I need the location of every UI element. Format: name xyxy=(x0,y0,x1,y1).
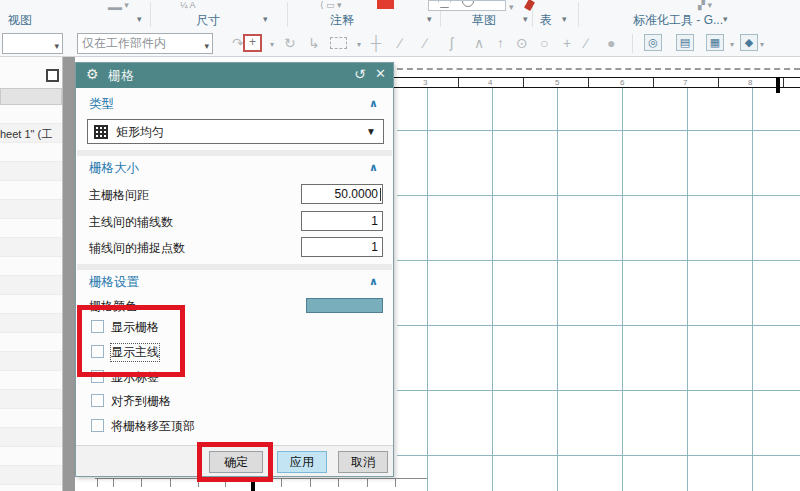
filter-combo[interactable]: 仅在工作部件内 ▾ xyxy=(77,33,213,54)
pen-icon[interactable] xyxy=(524,0,535,11)
ruler-tick xyxy=(97,479,98,487)
chevron-down-icon[interactable]: ▾ xyxy=(427,14,432,24)
grid-type-value: 矩形均匀 xyxy=(116,124,164,141)
sheet-list-panel: heet 1" (工 xyxy=(0,57,63,491)
checkbox-4[interactable] xyxy=(91,394,104,407)
ruler-tick xyxy=(310,479,311,487)
plus-icon[interactable]: + xyxy=(563,35,571,51)
region-icon[interactable]: ● xyxy=(607,35,615,51)
chevron-down-icon[interactable]: ▼ xyxy=(366,126,376,137)
line2-icon[interactable]: ∕ xyxy=(424,35,426,51)
collapse-size-icon[interactable]: ∧ xyxy=(369,161,378,174)
list-item[interactable] xyxy=(0,238,62,257)
grid-color-swatch[interactable] xyxy=(306,298,383,313)
checkbox-5[interactable] xyxy=(91,419,104,432)
list-item[interactable] xyxy=(0,390,62,409)
list-item[interactable] xyxy=(0,276,62,295)
circle-center-icon[interactable]: ⊙ xyxy=(516,35,528,51)
list-item[interactable] xyxy=(0,219,62,238)
sheet-border-dashed xyxy=(397,68,800,70)
ruler-tick xyxy=(141,479,142,487)
chevron-down-icon[interactable]: ▾ xyxy=(54,37,59,56)
horizontal-ruler: 345678 xyxy=(392,77,800,88)
field-spacing-input[interactable]: 50.0000 xyxy=(301,184,383,204)
list-item[interactable] xyxy=(0,409,62,428)
chevron-down-icon[interactable]: ▾ xyxy=(137,14,142,24)
chevron-down-icon[interactable]: ▾ xyxy=(357,40,361,49)
list-item[interactable] xyxy=(0,485,62,491)
list-item[interactable] xyxy=(0,295,62,314)
collapse-type-icon[interactable]: ∧ xyxy=(369,97,378,110)
toolbar-icon-fragment: ¼ A xyxy=(180,0,196,10)
list-item[interactable] xyxy=(0,162,62,181)
list-item[interactable] xyxy=(0,105,62,124)
circle-icon[interactable] xyxy=(462,0,474,7)
grid-display-icon[interactable]: ▦ xyxy=(706,34,724,51)
list-item[interactable] xyxy=(0,447,62,466)
chevron-down-icon[interactable]: ▾ xyxy=(523,14,528,24)
list-item[interactable] xyxy=(0,371,62,390)
ruler-number: 5 xyxy=(555,78,559,87)
list-item[interactable] xyxy=(0,466,62,485)
grid-vline xyxy=(687,88,688,491)
line-icon[interactable]: ∕ xyxy=(399,35,401,51)
chevron-down-icon[interactable]: ▾ xyxy=(723,14,728,24)
ruler-tick xyxy=(653,78,654,87)
polyline-icon[interactable]: ∧ xyxy=(474,35,484,51)
dialog-titlebar[interactable]: ⚙ 栅格 ↺ ✕ xyxy=(76,63,393,88)
chevron-down-icon[interactable]: ▾ xyxy=(562,14,567,24)
list-item[interactable] xyxy=(0,181,62,200)
grid-dialog: ⚙ 栅格 ↺ ✕ 类型 ∧ 矩形均匀 ▼ 栅格大小 ∧ 主栅格间距 50.000… xyxy=(75,62,394,477)
grid-type-dropdown[interactable]: 矩形均匀 ▼ xyxy=(87,119,384,144)
chevron-down-icon[interactable]: ▾ xyxy=(760,40,764,49)
field-snap-input[interactable]: 1 xyxy=(301,237,383,257)
chevron-down-icon[interactable]: ▾ xyxy=(730,40,734,49)
ruler-tick xyxy=(718,78,719,87)
image-icon[interactable]: ▤ xyxy=(676,34,694,51)
move-pan-icon[interactable]: ┼ xyxy=(371,35,381,51)
spline-icon[interactable]: ʃ xyxy=(450,35,453,51)
list-item[interactable]: heet 1" (工 xyxy=(0,124,62,143)
grid-hline xyxy=(397,260,800,261)
dropdown-arrow-icon[interactable]: ▾ xyxy=(509,2,514,12)
chevron-down-icon[interactable]: ▾ xyxy=(204,37,209,56)
scope-combo[interactable]: ▾ xyxy=(2,33,63,54)
circle-icon[interactable]: ○ xyxy=(540,35,548,51)
list-item[interactable] xyxy=(0,428,62,447)
rotate-derive-icon[interactable]: ↻ xyxy=(284,35,296,51)
reset-icon[interactable]: ↺ xyxy=(354,66,366,82)
ruler-tick xyxy=(170,479,171,487)
visual-style-icon[interactable]: ◆ xyxy=(740,34,758,51)
chevron-down-icon[interactable]: ▾ xyxy=(270,40,274,49)
filter-combo-value: 仅在工作部件内 xyxy=(82,36,166,50)
sketch-shapes-box[interactable] xyxy=(428,0,506,11)
grid-hline xyxy=(397,130,800,131)
restore-window-icon[interactable] xyxy=(46,69,59,82)
section-type-label: 类型 xyxy=(89,96,114,113)
arrow-up-icon[interactable]: ↑ xyxy=(497,35,504,51)
field-minor-input[interactable]: 1 xyxy=(301,211,383,231)
close-icon[interactable]: ✕ xyxy=(375,66,386,81)
pentagon-icon[interactable] xyxy=(438,0,451,8)
grid-vline xyxy=(752,88,753,491)
list-item[interactable] xyxy=(0,257,62,276)
slash-icon[interactable]: ∕ xyxy=(585,35,587,51)
rect-select-icon[interactable] xyxy=(330,37,347,49)
list-item[interactable] xyxy=(0,200,62,219)
toolbar-icon-fragment: ⟨ ▭ ▾ xyxy=(320,0,342,10)
chevron-down-icon[interactable]: ▾ xyxy=(263,14,268,24)
reuse-arrow-icon[interactable]: ↷ xyxy=(232,35,244,51)
collapse-settings-icon[interactable]: ∧ xyxy=(369,275,378,288)
ribbon-group-5-label: 表 xyxy=(540,12,552,29)
list-item[interactable] xyxy=(0,143,62,162)
cancel-button[interactable]: 取消 xyxy=(338,451,388,473)
list-item[interactable] xyxy=(0,314,62,333)
list-item[interactable] xyxy=(0,352,62,371)
add-annotation-icon[interactable]: + xyxy=(243,34,262,52)
ruler-tick xyxy=(395,479,396,487)
edit-pointer-icon[interactable]: ↳ xyxy=(308,35,320,51)
list-item[interactable] xyxy=(0,333,62,352)
color-swatch-icon[interactable] xyxy=(377,0,394,9)
apply-button[interactable]: 应用 xyxy=(277,451,327,473)
zoom-window-icon[interactable]: ◎ xyxy=(644,34,662,51)
